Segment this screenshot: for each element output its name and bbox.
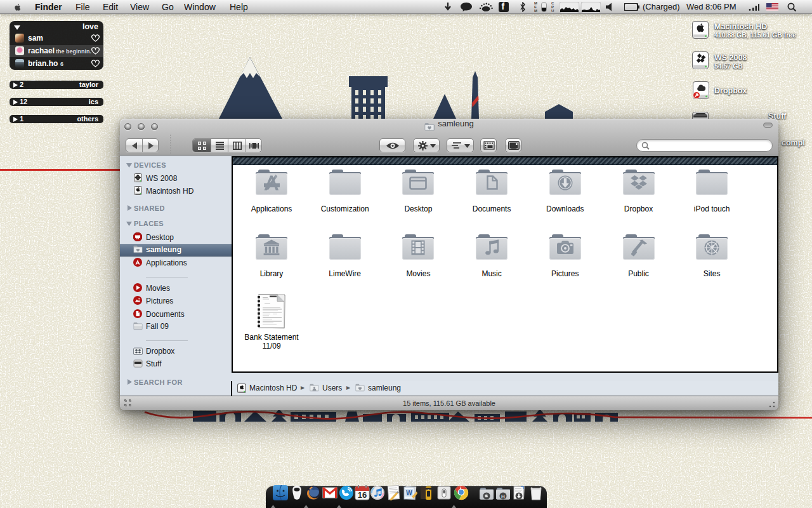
svg-text:W: W (406, 490, 412, 497)
svg-text:H: H (501, 494, 505, 500)
svg-text:16: 16 (358, 490, 367, 500)
